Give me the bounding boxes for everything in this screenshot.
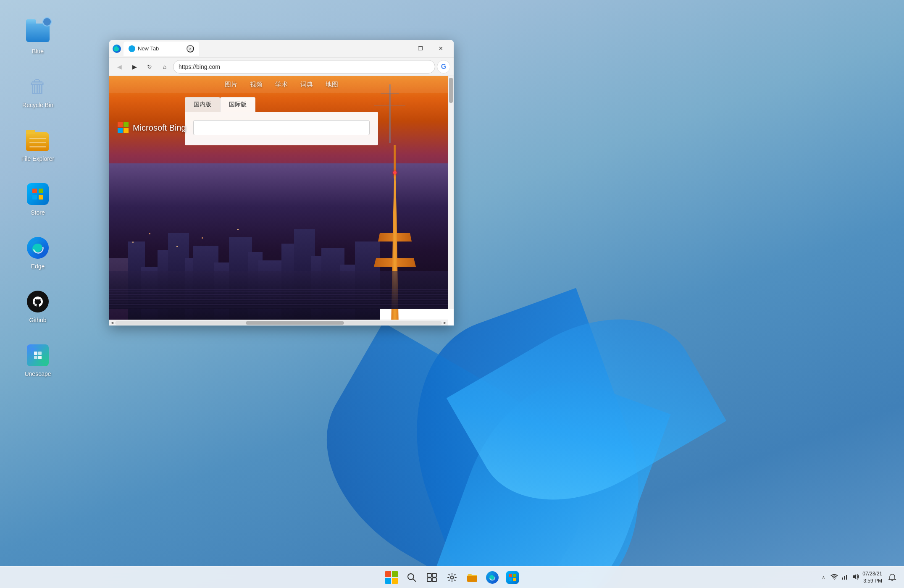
win-logo-blue xyxy=(385,578,391,584)
building-light-3 xyxy=(176,246,178,247)
recycle-icon: 🗑 xyxy=(25,74,50,99)
bing-nav-dict[interactable]: 词典 xyxy=(300,81,313,89)
notification-icon xyxy=(888,573,896,582)
taskbar-store-button[interactable] xyxy=(504,569,521,586)
bing-logo-text: Microsoft Bing xyxy=(133,123,186,133)
desktop-icon-unescape[interactable]: Unescape xyxy=(17,339,59,381)
tab-title: New Tab xyxy=(138,45,184,52)
edge-desktop-icon xyxy=(25,235,50,260)
hscrollbar-thumb[interactable] xyxy=(246,321,344,325)
building-light-4 xyxy=(202,237,203,239)
blue-icon-label: Blue xyxy=(32,48,44,55)
svg-line-14 xyxy=(413,579,415,581)
browser-window: New Tab × — ❐ ✕ ◀ ▶ ↻ ⌂ https://bing.com… xyxy=(109,40,454,326)
system-tray-expand[interactable]: ∧ xyxy=(820,573,827,582)
bing-nav-video[interactable]: 视频 xyxy=(250,81,263,89)
win-logo-red xyxy=(385,571,391,577)
notification-button[interactable] xyxy=(886,571,899,584)
desktop-icon-recycle[interactable]: 🗑 Recycle Bin xyxy=(17,71,59,112)
desktop-icon-explorer[interactable]: File Explorer xyxy=(17,124,59,165)
bing-search-area: 国内版 国际版 xyxy=(185,97,378,145)
github-icon xyxy=(25,289,50,314)
svg-rect-22 xyxy=(513,574,516,577)
svg-rect-7 xyxy=(34,352,37,355)
search-icon xyxy=(407,572,417,583)
hscroll-left-btn[interactable]: ◀ xyxy=(109,320,115,326)
bing-navigation: 图片 视频 学术 词典 地图 xyxy=(109,76,454,93)
ms-square-green xyxy=(124,122,129,127)
bing-search-input[interactable] xyxy=(193,120,370,135)
browser-titlebar: New Tab × — ❐ ✕ xyxy=(109,40,454,58)
win-logo-green xyxy=(392,571,398,577)
unescape-icon xyxy=(25,343,50,368)
desktop-icon-store[interactable]: Store xyxy=(17,178,59,219)
svg-rect-21 xyxy=(509,574,512,577)
svg-rect-6 xyxy=(31,348,45,362)
desktop-icon-edge[interactable]: Edge xyxy=(17,232,59,273)
taskbar-search-button[interactable] xyxy=(403,569,420,586)
github-svg xyxy=(31,294,45,309)
svg-rect-15 xyxy=(427,573,431,577)
refresh-button[interactable]: ↻ xyxy=(143,60,156,74)
horizontal-scrollbar[interactable]: ◀ ▶ xyxy=(109,320,448,326)
desktop-icons: Blue 🗑 Recycle Bin File Explorer xyxy=(17,17,59,381)
forward-button[interactable]: ▶ xyxy=(128,60,141,74)
minimize-button[interactable]: — xyxy=(391,42,410,55)
unescape-icon-label: Unescape xyxy=(24,370,51,377)
windows-logo xyxy=(385,571,398,584)
ms-square-blue xyxy=(118,128,123,133)
taskbar-system-tray: ∧ 0 xyxy=(820,570,899,585)
home-button[interactable]: ⌂ xyxy=(158,60,171,74)
volume-svg xyxy=(851,573,859,580)
taskbar-start-button[interactable] xyxy=(383,569,400,586)
browser-tab-newtab[interactable]: New Tab × xyxy=(124,42,199,56)
google-button[interactable]: G xyxy=(437,60,450,74)
taskbar-clock[interactable]: 07/23/21 3:59 PM xyxy=(862,570,882,585)
url-text: https://bing.com xyxy=(179,63,220,70)
taskbar-time: 3:59 PM xyxy=(862,578,882,585)
svg-rect-23 xyxy=(509,578,512,581)
blue-icon xyxy=(25,20,50,45)
taskbar-edge-svg xyxy=(488,573,497,582)
bing-version-tabs: 国内版 国际版 xyxy=(185,97,378,112)
desktop-icon-blue[interactable]: Blue xyxy=(17,17,59,58)
wifi-icon[interactable] xyxy=(830,574,838,581)
file-explorer-icon-label: File Explorer xyxy=(21,155,55,162)
hscroll-right-btn[interactable]: ▶ xyxy=(442,320,448,326)
bing-nav-academic[interactable]: 学术 xyxy=(275,81,288,89)
svg-rect-17 xyxy=(427,578,431,582)
tab-close-button[interactable]: × xyxy=(187,45,194,52)
scrollbar-thumb[interactable] xyxy=(449,78,453,103)
taskbar-settings-button[interactable] xyxy=(443,569,461,586)
close-button[interactable]: ✕ xyxy=(431,42,450,55)
back-button[interactable]: ◀ xyxy=(113,60,126,74)
vertical-scrollbar[interactable] xyxy=(448,76,454,309)
svg-point-19 xyxy=(451,576,454,579)
taskbar-explorer-button[interactable] xyxy=(463,569,481,586)
hscrollbar-track xyxy=(115,321,442,325)
store-icon-label: Store xyxy=(31,209,45,216)
wallpaper-bloom xyxy=(339,294,717,588)
bing-nav-maps[interactable]: 地图 xyxy=(326,81,338,89)
network-icon[interactable] xyxy=(841,573,848,582)
taskbar-taskview-button[interactable] xyxy=(423,569,441,586)
restore-button[interactable]: ❐ xyxy=(411,42,430,55)
unescape-svg xyxy=(31,348,45,362)
tab-favicon xyxy=(129,45,135,52)
taskbar-store-svg xyxy=(508,573,517,582)
desktop-icon-github[interactable]: Github xyxy=(17,286,59,327)
bing-tab-international[interactable]: 国际版 xyxy=(220,97,255,112)
volume-icon[interactable] xyxy=(851,573,859,582)
bing-tab-domestic[interactable]: 国内版 xyxy=(185,97,220,112)
recycle-icon-label: Recycle Bin xyxy=(22,102,53,108)
store-icon xyxy=(25,181,50,207)
bing-nav-images[interactable]: 图片 xyxy=(225,81,237,89)
browser-content: 图片 视频 学术 词典 地图 国内版 国际版 Mic xyxy=(109,76,454,326)
address-bar[interactable]: https://bing.com xyxy=(173,60,435,74)
taskview-icon xyxy=(427,573,437,582)
svg-rect-27 xyxy=(846,575,847,580)
taskbar-edge-button[interactable] xyxy=(484,569,501,586)
blue-folder-person xyxy=(42,17,52,26)
file-explorer-icon xyxy=(25,128,50,153)
taskbar: ∧ 0 xyxy=(0,566,904,588)
